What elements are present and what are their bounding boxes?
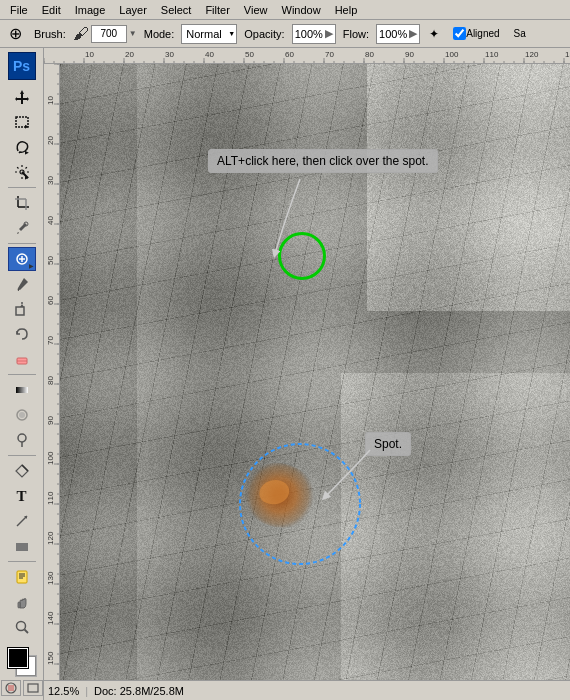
svg-text:▶: ▶ — [25, 174, 29, 180]
zoom-level: 12.5% — [48, 685, 79, 697]
svg-rect-40 — [8, 685, 14, 691]
flow-value: 100% — [379, 28, 407, 40]
ps-logo: Ps — [8, 52, 36, 80]
mode-dropdown[interactable]: Normal — [181, 24, 237, 44]
tool-clone-stamp[interactable] — [8, 297, 36, 321]
airbrush-button[interactable]: ✦ — [424, 23, 444, 45]
menu-file[interactable]: File — [4, 3, 34, 17]
standard-mode-button[interactable] — [23, 680, 43, 696]
svg-rect-25 — [16, 387, 28, 393]
canvas-viewport[interactable]: ALT+click here, then click over the spot… — [60, 64, 570, 680]
flow-label: Flow: — [340, 28, 372, 40]
svg-line-38 — [24, 630, 28, 634]
menu-view[interactable]: View — [238, 3, 274, 17]
menu-edit[interactable]: Edit — [36, 3, 67, 17]
svg-rect-41 — [28, 684, 38, 692]
tool-bottom — [1, 644, 43, 696]
mode-dropdown-wrap[interactable]: Normal — [181, 24, 237, 44]
tool-pen[interactable] — [8, 459, 36, 483]
tool-crop[interactable] — [8, 191, 36, 215]
image-canvas[interactable] — [60, 64, 570, 680]
svg-point-37 — [16, 622, 25, 631]
menu-select[interactable]: Select — [155, 3, 198, 17]
aligned-label: Aligned — [466, 28, 499, 39]
horizontal-ruler-canvas — [44, 48, 570, 64]
tool-hand[interactable] — [8, 590, 36, 614]
tool-separator-2 — [8, 243, 36, 244]
menu-help[interactable]: Help — [329, 3, 364, 17]
svg-text:▶: ▶ — [25, 123, 29, 129]
sample-all-button[interactable]: Sa — [509, 23, 531, 45]
brush-label: Brush: — [31, 28, 69, 40]
tool-magic-wand[interactable]: ▶ — [8, 160, 36, 184]
svg-rect-31 — [16, 543, 28, 551]
foreground-color-swatch[interactable] — [8, 648, 28, 668]
tool-eyedropper[interactable] — [8, 216, 36, 240]
tool-rectangular-marquee[interactable]: ▶ — [8, 110, 36, 134]
tool-notes[interactable] — [8, 565, 36, 589]
tool-shape[interactable] — [8, 534, 36, 558]
tool-separator-5 — [8, 561, 36, 562]
tool-blur[interactable] — [8, 403, 36, 427]
opacity-label: Opacity: — [241, 28, 287, 40]
tool-separator-3 — [8, 374, 36, 375]
menu-filter[interactable]: Filter — [199, 3, 235, 17]
flow-arrow[interactable]: ▶ — [409, 27, 417, 40]
horizontal-ruler — [44, 48, 570, 64]
tool-eraser[interactable] — [8, 347, 36, 371]
vertical-ruler — [44, 64, 60, 680]
mode-icons-row — [1, 680, 43, 696]
tool-lasso[interactable]: ▶ — [8, 135, 36, 159]
menu-window[interactable]: Window — [276, 3, 327, 17]
svg-point-28 — [18, 434, 26, 442]
options-bar: ⊕ Brush: 🖌 ▼ Mode: Normal Opacity: 100% … — [0, 20, 570, 48]
brush-size-control[interactable]: 🖌 ▼ — [73, 25, 137, 43]
opacity-value: 100% — [295, 28, 323, 40]
flow-control[interactable]: 100% ▶ — [376, 24, 420, 44]
svg-rect-32 — [17, 571, 27, 583]
mode-label: Mode: — [141, 28, 178, 40]
tool-text[interactable]: T — [8, 484, 36, 508]
tool-healing-brush[interactable]: ▶ — [8, 247, 36, 271]
aligned-checkbox-wrap[interactable]: Aligned — [448, 23, 504, 45]
tool-history-brush[interactable] — [8, 322, 36, 346]
tool-sub-indicator: ▶ — [29, 262, 34, 269]
document-info: Doc: 25.8M/25.8M — [94, 685, 184, 697]
tool-zoom[interactable] — [8, 615, 36, 639]
sample-label: Sa — [514, 28, 526, 39]
tool-move[interactable] — [8, 85, 36, 109]
menu-layer[interactable]: Layer — [113, 3, 153, 17]
tool-brush[interactable] — [8, 272, 36, 296]
svg-line-9 — [17, 167, 18, 168]
tool-separator-4 — [8, 455, 36, 456]
main-area: Ps ▶ ▶ — [0, 48, 570, 700]
svg-text:▶: ▶ — [25, 149, 29, 155]
aligned-checkbox[interactable] — [453, 27, 466, 40]
menu-image[interactable]: Image — [69, 3, 112, 17]
brush-size-input[interactable] — [91, 25, 127, 43]
svg-marker-0 — [15, 90, 29, 104]
tool-separator-1 — [8, 187, 36, 188]
canvas-area: ALT+click here, then click over the spot… — [44, 48, 570, 700]
menu-bar: File Edit Image Layer Select Filter View… — [0, 0, 570, 20]
current-tool-icon[interactable]: ⊕ — [4, 23, 27, 45]
svg-rect-36 — [18, 602, 20, 608]
status-bar: 12.5% | Doc: 25.8M/25.8M — [44, 680, 570, 700]
tool-path-selection[interactable] — [8, 509, 36, 533]
tool-gradient[interactable] — [8, 378, 36, 402]
svg-rect-21 — [16, 307, 24, 315]
quick-mask-mode-button[interactable] — [1, 680, 21, 696]
opacity-control[interactable]: 100% ▶ — [292, 24, 336, 44]
opacity-arrow[interactable]: ▶ — [325, 27, 333, 40]
ruler-canvas-wrap: ALT+click here, then click over the spot… — [44, 64, 570, 680]
toolbox: Ps ▶ ▶ — [0, 48, 44, 700]
svg-line-10 — [25, 167, 26, 168]
vertical-ruler-canvas — [44, 64, 60, 680]
svg-point-27 — [19, 412, 25, 418]
color-swatches[interactable] — [8, 648, 36, 676]
tool-dodge[interactable] — [8, 428, 36, 452]
